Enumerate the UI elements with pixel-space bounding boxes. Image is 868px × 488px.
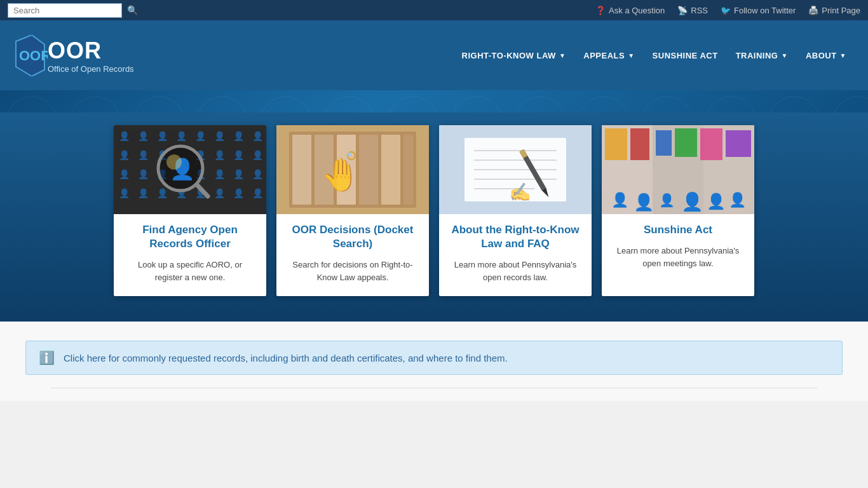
nav-item-training[interactable]: TRAINING ▼ [727, 46, 797, 65]
divider [51, 388, 817, 388]
svg-text:🤚: 🤚 [321, 156, 361, 194]
logo-title: OOR [48, 37, 134, 64]
card-img-placeholder-3: ✍️ [439, 125, 592, 214]
main-nav: RIGHT-TO-KNOW LAW ▼ APPEALS ▼ SUNSHINE A… [453, 46, 855, 65]
card-body-3: About the Right-to-Know Law and FAQ Lear… [439, 214, 592, 296]
card-image-1: 👤👤 👤👤 👤👤 👤👤 👤👤 👤 👤👤 👤👤 👤👤 👤 👤👤 👤👤 [114, 125, 266, 214]
svg-text:👤: 👤 [634, 192, 654, 212]
card-title-1: Find Agency Open Records Officer [124, 223, 256, 251]
svg-text:👤: 👤 [252, 150, 264, 161]
rss-icon: 📡 [677, 6, 688, 15]
card-image-2: 🤚 [276, 125, 429, 214]
card-body-1: Find Agency Open Records Officer Look up… [114, 214, 266, 296]
svg-text:👤: 👤 [214, 150, 226, 161]
svg-rect-45 [403, 135, 413, 205]
print-label: Print Page [822, 6, 860, 15]
info-icon: ℹ️ [39, 350, 55, 365]
card-desc-1: Look up a specific AORO, or register a n… [124, 259, 256, 283]
svg-text:👤: 👤 [214, 169, 226, 180]
search-button[interactable]: 🔍 [127, 5, 138, 15]
svg-text:👤: 👤 [195, 131, 207, 142]
svg-text:👤: 👤 [157, 188, 168, 199]
svg-point-48 [348, 152, 351, 156]
svg-text:👤: 👤 [119, 150, 130, 161]
svg-text:✍️: ✍️ [509, 182, 531, 203]
logo-icon: OOR [13, 35, 48, 76]
chevron-down-icon: ▼ [559, 52, 566, 59]
nav-item-rtk[interactable]: RIGHT-TO-KNOW LAW ▼ [453, 46, 575, 65]
svg-text:👤: 👤 [233, 188, 245, 199]
card-desc-4: Learn more about Pennsylvania's open mee… [612, 245, 744, 269]
top-nav-links: ❓ Ask a Question 📡 RSS 🐦 Follow on Twitt… [595, 6, 860, 15]
svg-rect-66 [656, 130, 672, 156]
svg-text:👤: 👤 [252, 169, 264, 180]
svg-text:👤: 👤 [119, 131, 130, 142]
ask-question-label: Ask a Question [609, 6, 665, 15]
svg-text:👤: 👤 [233, 131, 245, 142]
card-img-placeholder-1: 👤👤 👤👤 👤👤 👤👤 👤👤 👤 👤👤 👤👤 👤👤 👤 👤👤 👤👤 [114, 125, 266, 214]
svg-text:👤: 👤 [176, 131, 187, 142]
card-svg-1: 👤👤 👤👤 👤👤 👤👤 👤👤 👤 👤👤 👤👤 👤👤 👤 👤👤 👤👤 [114, 125, 266, 214]
svg-text:👤: 👤 [119, 188, 130, 199]
ask-question-link[interactable]: ❓ Ask a Question [595, 6, 665, 15]
card-img-placeholder-2: 🤚 [276, 125, 429, 214]
card-svg-4: 👤 👤 👤 👤 👤 👤 [602, 125, 754, 214]
card-title-3: About the Right-to-Know Law and FAQ [449, 223, 581, 251]
chevron-down-icon: ▼ [781, 52, 787, 59]
nav-link-about[interactable]: ABOUT ▼ [797, 46, 855, 65]
svg-text:👤: 👤 [138, 188, 149, 199]
nav-label-about: ABOUT [806, 51, 837, 60]
nav-link-training[interactable]: TRAINING ▼ [727, 46, 797, 65]
svg-rect-69 [726, 130, 751, 157]
svg-text:👤: 👤 [138, 131, 149, 142]
info-section: ℹ️ Click here for commonly requested rec… [0, 322, 868, 401]
print-link[interactable]: 🖨️ Print Page [808, 6, 860, 15]
top-bar: 🔍 ❓ Ask a Question 📡 RSS 🐦 Follow on Twi… [0, 0, 868, 20]
info-banner-text: Click here for commonly requested record… [64, 353, 508, 363]
svg-text:👤: 👤 [233, 169, 245, 180]
twitter-icon: 🐦 [721, 6, 731, 15]
logo-subtitle: Office of Open Records [48, 64, 134, 74]
card-docket[interactable]: 🤚 OOR Decisions (Docket Search) Search f… [276, 125, 429, 296]
nav-link-rtk[interactable]: RIGHT-TO-KNOW LAW ▼ [453, 46, 575, 65]
svg-text:👤: 👤 [214, 188, 226, 199]
card-svg-3: ✍️ [439, 125, 592, 214]
info-banner[interactable]: ℹ️ Click here for commonly requested rec… [25, 341, 843, 375]
nav-label-rtk: RIGHT-TO-KNOW LAW [462, 51, 556, 60]
svg-text:👤: 👤 [233, 150, 245, 161]
chevron-down-icon: ▼ [840, 52, 846, 59]
twitter-label: Follow on Twitter [734, 6, 796, 15]
svg-text:👤: 👤 [729, 191, 747, 208]
svg-text:👤: 👤 [681, 191, 703, 212]
nav-item-about[interactable]: ABOUT ▼ [797, 46, 855, 65]
svg-text:👤: 👤 [659, 193, 675, 208]
print-icon: 🖨️ [808, 6, 818, 15]
nav-link-appeals[interactable]: APPEALS ▼ [574, 46, 643, 65]
svg-text:👤: 👤 [611, 191, 629, 208]
svg-rect-44 [381, 135, 400, 205]
card-image-4: 👤 👤 👤 👤 👤 👤 [602, 125, 754, 214]
twitter-link[interactable]: 🐦 Follow on Twitter [721, 6, 796, 15]
card-desc-3: Learn more about Pennsylvania's open rec… [449, 259, 581, 283]
search-input[interactable] [8, 3, 122, 18]
card-sunshine[interactable]: 👤 👤 👤 👤 👤 👤 Sunshine Act Learn more abou… [602, 125, 754, 296]
card-svg-2: 🤚 [276, 125, 429, 214]
svg-text:👤: 👤 [119, 169, 130, 180]
nav-link-sunshine[interactable]: SUNSHINE ACT [644, 46, 727, 65]
chevron-down-icon: ▼ [628, 52, 634, 59]
card-aoro[interactable]: 👤👤 👤👤 👤👤 👤👤 👤👤 👤 👤👤 👤👤 👤👤 👤 👤👤 👤👤 [114, 125, 266, 296]
nav-item-sunshine[interactable]: SUNSHINE ACT [644, 46, 727, 65]
card-img-placeholder-4: 👤 👤 👤 👤 👤 👤 [602, 125, 754, 214]
nav-item-appeals[interactable]: APPEALS ▼ [574, 46, 643, 65]
svg-text:OOR: OOR [19, 48, 48, 64]
header: OOR OOR Office of Open Records RIGHT-TO-… [0, 20, 868, 90]
svg-text:👤: 👤 [157, 131, 168, 142]
card-desc-2: Search for decisions on Right-to-Know La… [287, 259, 419, 283]
svg-rect-68 [700, 128, 722, 160]
card-rtk-law[interactable]: ✍️ About the Right-to-Know Law and FAQ L… [439, 125, 592, 296]
svg-rect-67 [675, 128, 697, 157]
svg-rect-43 [359, 135, 378, 205]
rss-link[interactable]: 📡 RSS [677, 6, 708, 15]
question-icon: ❓ [595, 6, 606, 15]
logo[interactable]: OOR OOR Office of Open Records [13, 35, 134, 76]
